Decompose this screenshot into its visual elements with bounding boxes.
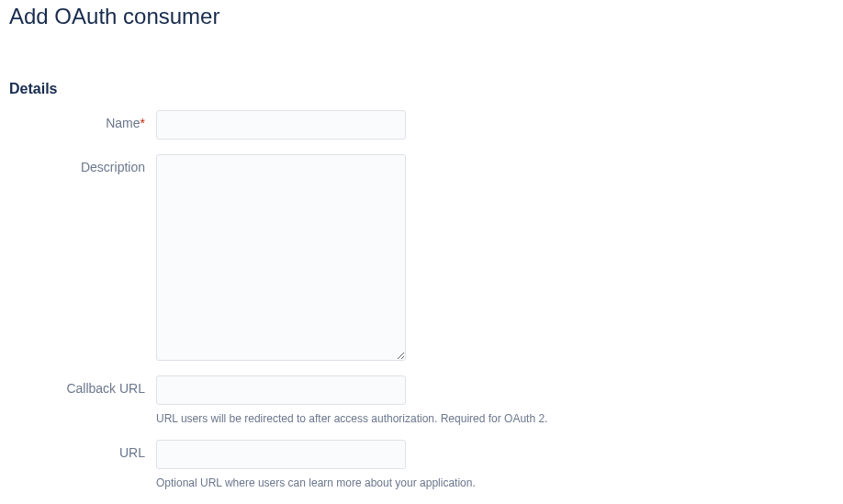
details-heading: Details bbox=[9, 81, 834, 97]
form-row-description: Description bbox=[9, 154, 834, 361]
name-input[interactable] bbox=[156, 110, 406, 140]
url-help-text: Optional URL where users can learn more … bbox=[156, 476, 476, 489]
callback-url-field-wrapper: URL users will be redirected to after ac… bbox=[156, 375, 547, 432]
callback-url-help-text: URL users will be redirected to after ac… bbox=[156, 412, 547, 425]
url-label: URL bbox=[9, 440, 156, 460]
form-row-name: Name* bbox=[9, 110, 834, 140]
callback-url-input[interactable] bbox=[156, 375, 406, 405]
page-container: Add OAuth consumer Details Name* Descrip… bbox=[0, 0, 843, 504]
name-label-text: Name bbox=[106, 116, 140, 130]
description-field-wrapper bbox=[156, 154, 406, 361]
name-label: Name* bbox=[9, 110, 156, 130]
url-field-wrapper: Optional URL where users can learn more … bbox=[156, 440, 476, 497]
name-field-wrapper bbox=[156, 110, 406, 140]
form-row-url: URL Optional URL where users can learn m… bbox=[9, 440, 834, 497]
page-title: Add OAuth consumer bbox=[9, 4, 834, 29]
description-textarea[interactable] bbox=[156, 154, 406, 361]
form-row-callback-url: Callback URL URL users will be redirecte… bbox=[9, 375, 834, 432]
callback-url-label: Callback URL bbox=[9, 375, 156, 396]
description-label: Description bbox=[9, 154, 156, 174]
name-required-indicator: * bbox=[140, 116, 145, 130]
url-input[interactable] bbox=[156, 440, 406, 469]
